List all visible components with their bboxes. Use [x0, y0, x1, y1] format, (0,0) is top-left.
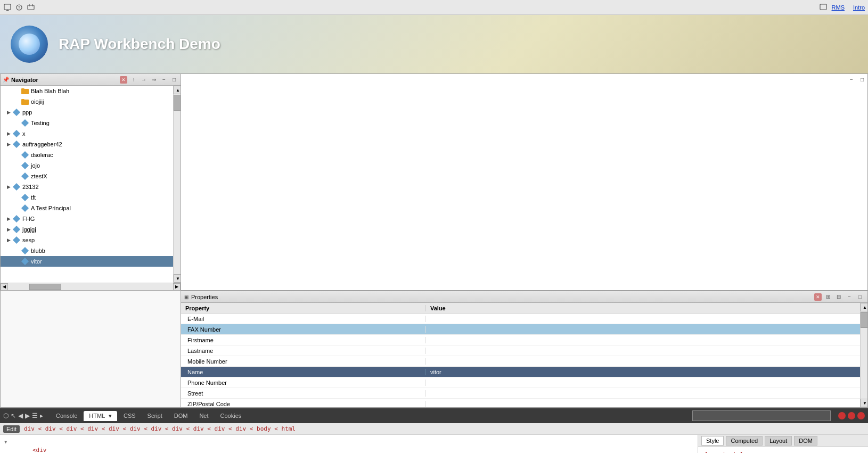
tree-item-blubb[interactable]: blubb [1, 245, 173, 256]
devtools-back-icon[interactable]: ◀ [18, 412, 23, 419]
prop-row-3[interactable]: Lastname [181, 345, 860, 356]
tree-item-testing[interactable]: Testing [1, 118, 173, 128]
expand-arrow-x[interactable]: ▶ [5, 130, 12, 137]
nav-hscroll-right[interactable]: ▶ [173, 283, 181, 291]
expand-arrow-FHG[interactable]: ▶ [5, 215, 12, 223]
nav-maximize-icon[interactable]: □ [170, 76, 178, 84]
prop-row-1[interactable]: FAX Number [181, 324, 860, 335]
diamond-icon-x [12, 129, 21, 138]
prop-row-8[interactable]: ZIP/Postal Code [181, 399, 860, 407]
expand-arrow-sesp[interactable]: ▶ [5, 236, 12, 244]
tree-label-auftraggeber42: auftraggeber42 [22, 141, 62, 147]
html-dropdown-arrow[interactable]: ▾ [109, 413, 112, 419]
expand-arrow-auftraggeber42[interactable]: ▶ [5, 141, 12, 148]
props-scrollbar[interactable]: ▲ ▼ [860, 303, 867, 407]
style-tab-layout[interactable]: Layout [765, 436, 792, 446]
col-value-header: Value [426, 305, 860, 311]
style-tab-computed[interactable]: Computed [726, 436, 763, 446]
devtools-close-btn2[interactable] [848, 412, 855, 419]
right-minimize-icon[interactable]: − [847, 75, 856, 84]
nav-minimize-icon[interactable]: − [160, 76, 168, 84]
prop-row-2[interactable]: Firstname [181, 335, 860, 345]
tree-item-23132[interactable]: ▶23132 [1, 182, 173, 192]
tree-item-vitor[interactable]: vitor [1, 256, 173, 267]
expand-arrow-ppp[interactable]: ▶ [5, 109, 12, 116]
prop-name-2: Firstname [181, 337, 426, 343]
prop-row-7[interactable]: Street [181, 388, 860, 399]
tree-item-x[interactable]: ▶x [1, 128, 173, 139]
nav-scroll-down[interactable]: ▼ [174, 274, 181, 283]
style-tab-dom[interactable]: DOM [794, 436, 817, 446]
tree-item-jggjgj[interactable]: ▶jggjgj [1, 224, 173, 235]
tree-item-a-test-principal[interactable]: A Test Principal [1, 203, 173, 213]
devtools-search-input[interactable] [692, 410, 831, 421]
prop-row-4[interactable]: Mobile Number [181, 356, 860, 367]
tree-item-dsolerac[interactable]: dsolerac [1, 150, 173, 160]
toolbar-icon-1[interactable] [3, 3, 12, 12]
nav-hscrollbar: ◀ ▶ [1, 283, 181, 290]
tab-net[interactable]: Net [194, 411, 214, 421]
intro-link[interactable]: Intro [853, 4, 865, 11]
expand-arrow-23132[interactable]: ▶ [5, 183, 12, 191]
devtools-inspect-icon[interactable]: ⬡ [3, 412, 9, 419]
tree-item-blah-blah-blah[interactable]: Blah Blah Blah [1, 86, 173, 96]
prop-row-5[interactable]: Namevitor [181, 367, 860, 377]
props-scroll-down[interactable]: ▼ [861, 399, 867, 407]
html-source-panel: <div style="position: absolute; -moz-use… [0, 435, 698, 453]
nav-forward-icon[interactable]: → [140, 76, 148, 84]
style-tab-style[interactable]: Style [701, 436, 724, 446]
prop-icon-1[interactable]: ⊞ [824, 293, 832, 301]
navigator-close-icon[interactable]: ✕ [120, 76, 127, 84]
properties-close-icon[interactable]: ✕ [814, 293, 822, 301]
tree-label-ppp: ppp [22, 109, 32, 116]
nav-up-icon[interactable]: ↑ [129, 76, 138, 84]
rms-link[interactable]: RMS [832, 4, 845, 11]
prop-icon-2[interactable]: ⊟ [834, 293, 843, 301]
tab-html[interactable]: HTML ▾ [84, 411, 117, 421]
diamond-icon-ztestX [21, 172, 29, 180]
nav-scroll-thumb[interactable] [174, 95, 181, 111]
nav-scroll-up[interactable]: ▲ [174, 86, 181, 94]
toolbar-icon-2[interactable]: ? [15, 3, 23, 12]
tree-item-FHG[interactable]: ▶FHG [1, 213, 173, 224]
breadcrumb-path: div < div < div < div < div < div < div … [24, 425, 296, 432]
tab-console[interactable]: Console [51, 411, 83, 421]
prop-row-6[interactable]: Phone Number [181, 377, 860, 388]
devtools-close-btn3[interactable] [857, 412, 865, 419]
prop-name-7: Street [181, 390, 426, 397]
main-area: 📌 Navigator ✕ ↑ → ⇒ − □ Blah Blah Blahoi… [0, 73, 868, 291]
tab-css[interactable]: CSS [118, 411, 141, 421]
nav-right-icon[interactable]: ⇒ [150, 76, 158, 84]
expand-arrow-jggjgj[interactable]: ▶ [5, 226, 12, 233]
tree-item-jojo[interactable]: jojo [1, 160, 173, 171]
rms-icon[interactable] [819, 3, 828, 12]
tree-item-ztestX[interactable]: ztestX [1, 171, 173, 182]
tree-item-sesp[interactable]: ▶sesp [1, 235, 173, 245]
nav-hscroll-left[interactable]: ◀ [1, 283, 8, 291]
right-maximize-icon[interactable]: □ [858, 75, 866, 84]
nav-hscroll-thumb[interactable] [29, 284, 61, 290]
tree-label-jggjgj: jggjgj [22, 226, 36, 233]
toolbar-icon-3[interactable] [27, 3, 35, 12]
props-scroll-thumb[interactable] [861, 312, 867, 328]
devtools-cursor-icon[interactable]: ↖ [11, 412, 16, 419]
tab-dom[interactable]: DOM [169, 411, 193, 421]
prop-minimize-icon[interactable]: − [845, 293, 854, 301]
tab-script[interactable]: Script [142, 411, 168, 421]
tree-item-auftraggeber42[interactable]: ▶auftraggeber42 [1, 139, 173, 150]
edit-button[interactable]: Edit [3, 425, 20, 433]
tree-item-oiojiij[interactable]: oiojiij [1, 96, 173, 107]
devtools-more-icon[interactable]: ▸ [40, 412, 43, 419]
tree-item-tft[interactable]: tft [1, 192, 173, 203]
prop-maximize-icon[interactable]: □ [856, 293, 864, 301]
prop-row-0[interactable]: E-Mail [181, 314, 860, 324]
prop-name-8: ZIP/Postal Code [181, 401, 426, 407]
nav-scrollbar[interactable]: ▲ ▼ [173, 86, 181, 283]
props-scroll-up[interactable]: ▲ [861, 303, 867, 311]
devtools-forward-icon[interactable]: ▶ [25, 412, 30, 419]
style-selector-line: element.style [701, 450, 865, 453]
tree-item-ppp[interactable]: ▶ppp [1, 107, 173, 118]
devtools-close-btn[interactable] [838, 412, 846, 419]
devtools-menu-icon[interactable]: ☰ [32, 412, 38, 419]
tab-cookies[interactable]: Cookies [215, 411, 247, 421]
